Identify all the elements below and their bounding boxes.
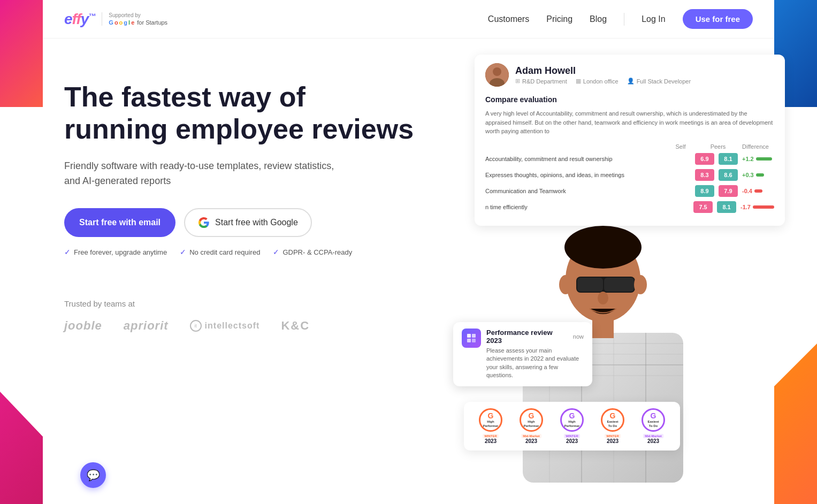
- svg-rect-22: [472, 334, 476, 338]
- profile-name: Adam Howell: [515, 65, 691, 77]
- table-row: Accountability, commitment and result ow…: [485, 153, 774, 165]
- diff-bar-0: [756, 157, 772, 161]
- check-icon-0: ✓: [64, 248, 71, 256]
- badge-2: G HighPerformer WINTER 2023: [554, 408, 590, 444]
- badge-3: G EasiestTo Do WINTER 2023: [594, 408, 631, 444]
- profile-card: Adam Howell ⊞ R&D Department ▦ London of…: [475, 55, 785, 226]
- badge-0: G HighPerformer WINTER 2023: [472, 408, 509, 444]
- role-icon: 👤: [627, 78, 635, 85]
- diff-2: -0.4: [742, 188, 752, 194]
- trusted-section: Trusted by teams at jooble apriorit it i…: [64, 278, 439, 343]
- login-button[interactable]: Log In: [642, 14, 665, 24]
- score-self-0: 6.9: [695, 153, 714, 165]
- table-row: Communication and Teamwork 8.9 7.9 -0.4: [485, 185, 774, 197]
- hero-section: The fastest way of running employee revi…: [43, 39, 774, 365]
- hero-left: The fastest way of running employee revi…: [64, 71, 439, 343]
- score-peers-3: 8.1: [717, 201, 736, 213]
- diff-1: +0.3: [742, 172, 754, 178]
- svg-rect-21: [467, 334, 471, 338]
- chat-bubble[interactable]: 💬: [80, 462, 106, 488]
- navbar: effy™ Supported by Google for Startups C…: [43, 0, 774, 39]
- dept-icon: ⊞: [515, 78, 520, 85]
- table-row: Expresses thoughts, opinions, and ideas,…: [485, 169, 774, 181]
- notif-icon: [462, 329, 481, 348]
- diff-3: -1.7: [740, 204, 751, 210]
- score-peers-1: 8.6: [719, 169, 738, 181]
- hero-right: Adam Howell ⊞ R&D Department ▦ London of…: [475, 55, 785, 483]
- svg-rect-23: [467, 339, 471, 342]
- col-self: Self: [667, 143, 694, 150]
- svg-point-1: [493, 67, 501, 76]
- nav-links: Customers Pricing Blog Log In Use for fr…: [488, 9, 753, 29]
- trusted-logos: jooble apriorit it intellectsoft K&C: [64, 319, 417, 333]
- profile-meta: ⊞ R&D Department ▦ London office 👤 Full …: [515, 78, 691, 85]
- effy-logo: effy™: [64, 11, 95, 28]
- nav-pricing[interactable]: Pricing: [546, 14, 572, 24]
- diff-bar-3: [753, 205, 774, 209]
- check-icon-2: ✓: [273, 248, 279, 256]
- svg-rect-16: [604, 278, 634, 292]
- svg-point-19: [559, 275, 572, 294]
- svg-rect-15: [577, 278, 603, 292]
- svg-rect-18: [592, 317, 614, 338]
- diff-bar-2: [754, 189, 762, 193]
- score-self-2: 8.9: [695, 185, 714, 197]
- nav-blog[interactable]: Blog: [590, 14, 607, 24]
- table-row: n time efficiently 7.5 8.1 -1.7: [485, 201, 774, 213]
- office-icon: ▦: [576, 78, 581, 85]
- logo-jooble: jooble: [64, 319, 102, 333]
- trust-badges: ✓ Free forever, upgrade anytime ✓ No cre…: [64, 248, 439, 256]
- logo-kc: K&C: [281, 319, 310, 333]
- avatar: [485, 63, 509, 87]
- score-self-3: 7.5: [693, 201, 713, 213]
- check-icon-1: ✓: [180, 248, 186, 256]
- compare-header: Self Peers Difference: [485, 143, 774, 150]
- logo-area: effy™ Supported by Google for Startups: [64, 11, 167, 28]
- person-area: Performance review 2023 now Please asses…: [475, 215, 785, 483]
- trust-item-0: ✓ Free forever, upgrade anytime: [64, 248, 167, 256]
- svg-point-17: [598, 292, 608, 304]
- diff-bar-1: [756, 173, 764, 177]
- google-icon: [198, 217, 210, 228]
- badge-4: G EasiestTo Do Mid-Market 2023: [635, 408, 671, 444]
- badges-row: G HighPerformer WINTER 2023 G HighPerfor…: [464, 402, 680, 450]
- start-email-button[interactable]: Start free with email: [64, 208, 175, 237]
- svg-point-20: [634, 275, 647, 294]
- badge-1: G HighPerformer Mid-Market 2023: [513, 408, 549, 444]
- chat-icon: 💬: [87, 469, 100, 482]
- nav-divider: [624, 13, 624, 26]
- score-peers-0: 8.1: [719, 153, 738, 165]
- notification-card: Performance review 2023 now Please asses…: [453, 322, 592, 386]
- score-peers-2: 7.9: [719, 185, 738, 197]
- notif-body: Please assess your main achievements in …: [486, 347, 584, 380]
- start-google-button[interactable]: Start free with Google: [184, 208, 312, 237]
- logo-intellectsoft: it intellectsoft: [190, 320, 260, 332]
- hero-title: The fastest way of running employee revi…: [64, 81, 439, 146]
- cta-buttons: Start free with email Start free with Go…: [64, 208, 439, 237]
- col-diff: Difference: [742, 143, 769, 150]
- diff-0: +1.2: [742, 156, 754, 162]
- use-free-button[interactable]: Use for free: [683, 9, 753, 29]
- google-startups: Google for Startups: [109, 19, 167, 26]
- nav-customers[interactable]: Customers: [488, 14, 529, 24]
- eval-desc: A very high level of Accountability, com…: [485, 109, 774, 136]
- trust-item-1: ✓ No credit card required: [180, 248, 260, 256]
- notif-title: Performance review 2023: [486, 329, 567, 345]
- trusted-label: Trusted by teams at: [64, 299, 417, 308]
- notif-time: now: [573, 333, 584, 340]
- score-self-1: 8.3: [695, 169, 714, 181]
- hero-subtitle: Friendly software with ready-to-use temp…: [64, 158, 342, 189]
- trust-item-2: ✓ GDPR- & CCPA-ready: [273, 248, 352, 256]
- compare-title: Compare evaluation: [485, 95, 774, 104]
- compare-table: Self Peers Difference Accountability, co…: [485, 143, 774, 213]
- svg-rect-24: [472, 339, 476, 342]
- logo-apriorit: apriorit: [124, 319, 169, 333]
- profile-header: Adam Howell ⊞ R&D Department ▦ London of…: [485, 63, 774, 87]
- supported-by: Supported by Google for Startups: [102, 12, 167, 26]
- col-peers: Peers: [705, 143, 731, 150]
- supported-label: Supported by: [109, 12, 167, 18]
- svg-point-13: [564, 226, 642, 269]
